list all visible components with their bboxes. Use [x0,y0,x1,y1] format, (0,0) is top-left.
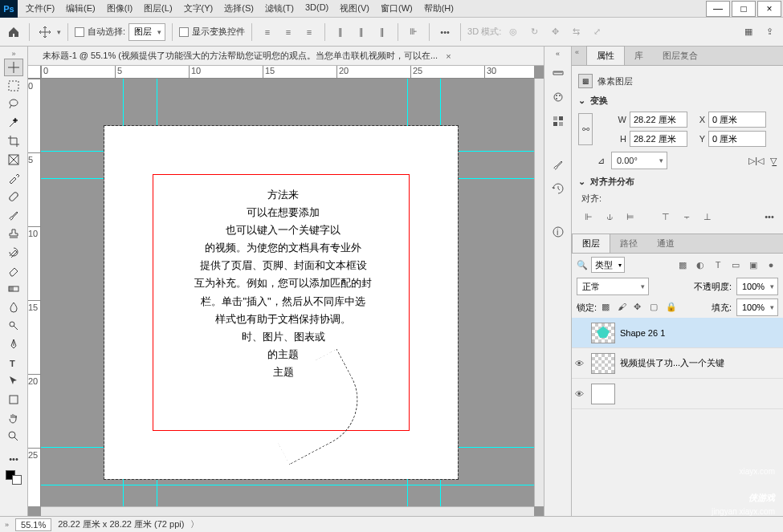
align-top-icon[interactable]: ‖ [332,23,349,41]
grid-icon[interactable]: ▦ [740,23,757,41]
align-right-icon[interactable]: ≡ [300,23,318,41]
fill-input[interactable]: 100% [736,298,778,316]
filter-kind-dropdown[interactable]: 类型 [591,257,625,273]
lock-all-icon[interactable]: 🔒 [666,302,677,313]
filter-smart-icon[interactable]: ▣ [746,258,761,272]
canvas[interactable]: 方法来 可以在想要添加 也可以键入一个关键字以 的视频。为使您的文档具有专业外 … [104,126,458,479]
guide-h[interactable] [41,485,534,485]
brush-tool[interactable] [4,206,23,224]
filter-adjust-icon[interactable]: ◐ [693,258,708,272]
tab-properties[interactable]: 属性 [586,46,625,65]
search-icon[interactable]: 🔍 [577,260,588,270]
align-right-edges-icon[interactable]: ⊨ [623,209,638,224]
close-tab-icon[interactable]: × [446,51,451,61]
share-icon[interactable]: ⇪ [761,23,778,41]
menu-help[interactable]: 帮助(H) [424,2,454,14]
lock-trans-icon[interactable]: ▩ [602,302,613,313]
strip-expand-icon[interactable]: « [556,50,560,58]
lock-nest-icon[interactable]: ▢ [650,302,661,313]
layer-row[interactable]: 👁 视频提供了功...入一个关键 [572,348,783,379]
frame-tool[interactable] [4,151,23,169]
menu-view[interactable]: 视图(V) [340,2,369,14]
crop-tool[interactable] [4,132,23,150]
filter-type-icon[interactable]: T [711,258,725,272]
align-left-icon[interactable]: ≡ [259,23,276,41]
minimize-button[interactable]: — [706,1,730,17]
align-h-centers-icon[interactable]: ⫝ [602,209,617,224]
stamp-tool[interactable] [4,225,23,242]
info-panel-icon[interactable]: i [549,223,567,241]
align-v-centers-icon[interactable]: ⫟ [679,209,694,224]
history-brush-tool[interactable] [4,243,23,261]
ruler-vertical[interactable]: 0510152025 [28,79,41,506]
color-panel-icon[interactable] [549,88,567,106]
tab-layer-comps[interactable]: 图层复合 [653,47,708,65]
move-tool[interactable] [4,59,23,76]
maximize-button[interactable]: □ [732,1,756,17]
menu-file[interactable]: 文件(F) [26,2,55,14]
pen-tool[interactable] [4,335,23,353]
layer-row[interactable]: 👁 [572,379,783,409]
link-wh-button[interactable]: ⚯ [578,113,593,145]
layer-thumbnail[interactable] [591,384,615,404]
dodge-tool[interactable] [4,317,23,335]
transform-section-header[interactable]: 变换 [578,95,777,107]
eraser-tool[interactable] [4,262,23,279]
brush-panel-icon[interactable] [549,156,567,173]
scrollbar-v[interactable] [534,79,544,506]
visibility-toggle[interactable]: 👁 [575,389,586,399]
menu-3d[interactable]: 3D(D) [305,2,328,14]
move-tool-icon[interactable] [36,23,54,41]
height-input[interactable] [630,131,687,147]
visibility-toggle[interactable]: 👁 [575,359,586,368]
filter-pixel-icon[interactable]: ▩ [675,258,690,272]
opacity-input[interactable]: 100% [736,278,778,295]
lock-pos-icon[interactable]: ✥ [634,302,645,313]
menu-layer[interactable]: 图层(L) [144,2,172,14]
width-input[interactable] [630,112,687,128]
lasso-tool[interactable] [4,95,23,113]
edit-toolbar-icon[interactable]: ••• [4,450,23,468]
swatches-panel-icon[interactable] [549,112,567,130]
filter-toggle-icon[interactable]: ● [764,258,778,272]
menu-type[interactable]: 文字(Y) [184,2,214,14]
home-icon[interactable] [5,23,22,41]
align-left-edges-icon[interactable]: ⊩ [581,209,596,224]
tab-paths[interactable]: 路径 [610,234,647,253]
close-button[interactable]: × [757,1,781,17]
flip-v-icon[interactable]: ▽̲ [770,156,777,166]
angle-input[interactable]: 0.00° [611,152,667,169]
hand-tool[interactable] [4,409,23,427]
y-input[interactable] [708,131,766,147]
doc-dimensions[interactable]: 28.22 厘米 x 28.22 厘米 (72 ppi) [58,518,184,530]
align-bottom-icon[interactable]: ‖ [373,23,391,41]
ruler-panel-icon[interactable] [549,64,567,82]
layer-row[interactable]: Shape 26 1 [572,318,783,348]
layer-thumbnail[interactable] [591,323,615,343]
lock-paint-icon[interactable]: 🖌 [618,302,629,313]
marquee-tool[interactable] [4,77,23,95]
tab-libraries[interactable]: 库 [625,47,653,65]
panel-collapse-icon[interactable]: « [575,48,579,56]
statusbar-expand-icon[interactable]: » [5,521,9,529]
zoom-field[interactable]: 55.1% [15,518,51,531]
scrollbar-h[interactable] [41,506,534,516]
tools-expand-icon[interactable]: » [1,50,27,58]
document-tab[interactable]: 未标题-1 @ 55.1% (视频提供了功能强大的方法帮助您证明您的观点。当您单… [28,47,544,66]
gradient-tool[interactable] [4,280,23,298]
eyedropper-tool[interactable] [4,169,23,187]
flip-h-icon[interactable]: ▷|◁ [748,156,764,166]
menu-filter[interactable]: 滤镜(T) [265,2,294,14]
color-swatch[interactable] [4,469,23,486]
menu-image[interactable]: 图像(I) [107,2,133,14]
show-transform-checkbox[interactable] [179,27,189,37]
align-bottom-edges-icon[interactable]: ⊥ [700,209,715,224]
align-center-h-icon[interactable]: ≡ [279,23,297,41]
ruler-horizontal[interactable]: 051015202530 [41,66,534,79]
tab-channels[interactable]: 通道 [647,234,684,253]
layer-name[interactable]: 视频提供了功...入一个关键 [620,357,724,369]
blend-mode-dropdown[interactable]: 正常 [577,278,649,295]
layer-name[interactable]: Shape 26 1 [620,328,665,338]
menu-select[interactable]: 选择(S) [224,2,254,14]
distribute-icon[interactable]: ⊪ [405,23,422,41]
